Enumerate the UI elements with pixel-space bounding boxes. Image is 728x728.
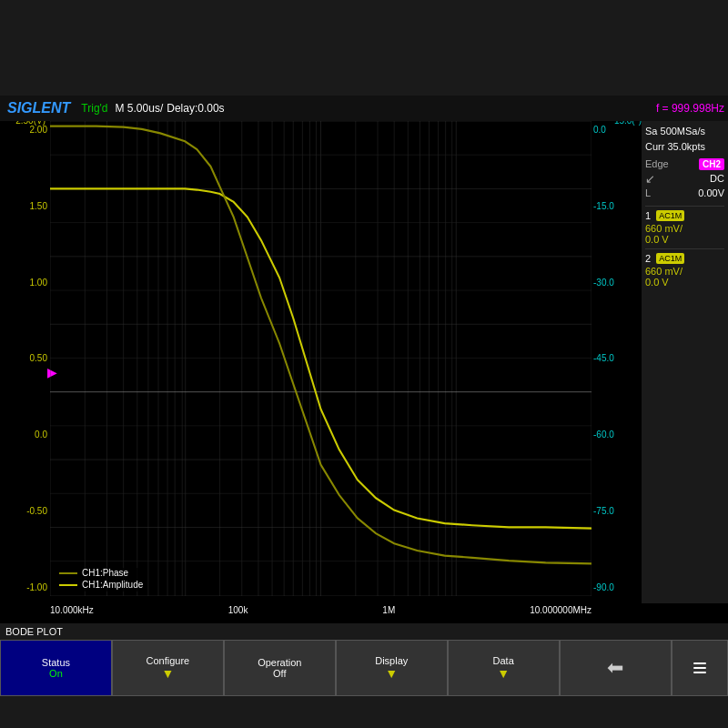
operation-label-top: Operation	[258, 657, 301, 668]
data-button[interactable]: Data ▼	[448, 640, 560, 696]
configure-button[interactable]: Configure ▼	[112, 640, 224, 696]
operation-button[interactable]: Operation Off	[224, 640, 336, 696]
y-label-2: 1.50	[2, 201, 47, 211]
l-value: 0.00V	[698, 187, 724, 198]
freq-display: f = 999.998Hz	[656, 102, 724, 115]
ch2-section: 2 AC1M 660 mV/ 0.0 V	[645, 248, 724, 288]
phase-legend-label: CH1:Phase	[82, 568, 128, 578]
display-arrow-icon: ▼	[385, 666, 398, 681]
y-label-3: 1.00	[2, 278, 47, 288]
y-axis-left: 2.50(V) 2.00 1.50 1.00 0.50 0.0 -0.50 -1…	[0, 121, 50, 596]
dc-label: DC	[710, 173, 724, 184]
amplitude-color-swatch	[59, 584, 77, 586]
ch2-mv: 660 mV/	[645, 266, 724, 277]
y-label-1: 2.00	[2, 125, 47, 135]
y-title-left: 2.50(V)	[0, 121, 46, 126]
y-label-5: 0.0	[2, 430, 47, 440]
l-label: L	[645, 187, 651, 198]
menu-line-3	[693, 672, 706, 673]
ch1-section: 1 AC1M 660 mV/ 0.0 V	[645, 206, 724, 245]
amplitude-legend-label: CH1:Amplitude	[82, 580, 143, 590]
display-label: Display	[375, 655, 408, 666]
y-label-7: -1.00	[2, 582, 47, 592]
menu-line-2	[693, 667, 706, 669]
x-axis: 10.000kHz 100k 1M 10.000000MHz	[50, 596, 592, 623]
oscilloscope-screen: SIGLENT Trig'd M 5.00us/ Delay:0.00s f =…	[0, 96, 728, 696]
x-label-3: 1M	[382, 605, 395, 615]
x-label-1: 10.000kHz	[50, 605, 94, 615]
bottom-bar: BODE PLOT Status On Configure ▼ Operatio…	[0, 623, 728, 696]
sa-rate: Sa 500MSa/s	[645, 125, 724, 137]
configure-label: Configure	[147, 655, 190, 666]
yr-label-6: -75.0	[593, 506, 640, 516]
yr-label-7: -90.0	[593, 582, 640, 592]
yr-label-3: -30.0	[593, 278, 640, 288]
falling-edge-icon: ↙	[645, 172, 655, 186]
menu-button[interactable]	[672, 640, 728, 696]
data-arrow-icon: ▼	[497, 666, 510, 681]
configure-arrow-icon: ▼	[161, 666, 174, 681]
edge-label: Edge	[645, 158, 669, 169]
siglent-logo: SIGLENT	[0, 100, 77, 116]
x-label-4: 10.000000MHz	[530, 605, 592, 615]
legend: CH1:Phase CH1:Amplitude	[59, 568, 143, 592]
curr-pts: Curr 35.0kpts	[645, 140, 724, 153]
bode-plot-svg	[50, 121, 592, 596]
ch2-trigger-badge: CH2	[699, 158, 724, 170]
right-panel: Sa 500MSa/s Curr 35.0kpts Edge CH2 ↙ DC …	[642, 121, 728, 603]
yr-label-2: -15.0	[593, 201, 640, 211]
menu-hamburger-icon	[693, 662, 706, 673]
display-button[interactable]: Display ▼	[336, 640, 448, 696]
button-row: Status On Configure ▼ Operation Off Disp…	[0, 640, 728, 696]
y-label-4: 0.50	[2, 353, 47, 363]
ch2-number: 2	[645, 253, 651, 264]
bode-plot-label: BODE PLOT	[0, 623, 728, 640]
legend-amplitude: CH1:Amplitude	[59, 580, 143, 590]
y-label-6: -0.50	[2, 506, 47, 516]
timebase-display: M 5.00us/	[116, 102, 164, 115]
yr-label-4: -45.0	[593, 353, 640, 363]
status-label-bottom: On	[49, 668, 63, 679]
y-title-right: 15.0(°)	[614, 121, 642, 126]
yr-label-5: -60.0	[593, 430, 640, 440]
back-button[interactable]: ⬅	[560, 640, 672, 696]
status-label-top: Status	[42, 657, 70, 668]
y-axis-right: 15.0(°) 0.0 -15.0 -30.0 -45.0 -60.0 -75.…	[592, 121, 642, 596]
data-label: Data	[493, 655, 514, 666]
phase-color-swatch	[59, 572, 77, 574]
ch2-offset: 0.0 V	[645, 277, 724, 288]
trig-status: Trig'd	[81, 102, 107, 115]
ch1-offset: 0.0 V	[645, 234, 724, 245]
edge-section: Edge CH2 ↙ DC L 0.00V	[645, 158, 724, 198]
ch1-ac1m-badge: AC1M	[656, 210, 684, 221]
delay-display: Delay:0.00s	[167, 102, 224, 115]
status-button[interactable]: Status On	[0, 640, 112, 696]
plot-area: 2.50(V) 2.00 1.50 1.00 0.50 0.0 -0.50 -1…	[0, 121, 642, 623]
operation-label-bottom: Off	[273, 668, 286, 679]
header-bar: SIGLENT Trig'd M 5.00us/ Delay:0.00s f =…	[0, 96, 728, 121]
ch2-ac1m-badge: AC1M	[656, 253, 684, 264]
ch1-number: 1	[645, 210, 651, 221]
legend-phase: CH1:Phase	[59, 568, 143, 578]
yr-label-1: 0.0	[593, 125, 640, 135]
ch1-mv: 660 mV/	[645, 223, 724, 234]
x-label-2: 100k	[228, 605, 248, 615]
back-arrow-icon: ⬅	[607, 656, 623, 680]
menu-line-1	[693, 662, 706, 664]
